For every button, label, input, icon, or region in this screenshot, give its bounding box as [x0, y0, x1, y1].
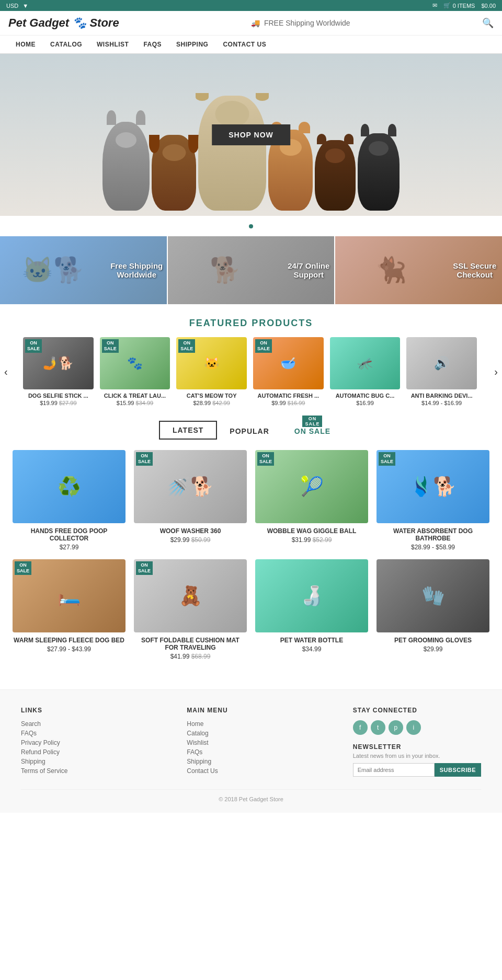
- featured-products-row: ONSALE 🤳🐕 DOG SELFIE STICK ... $19.99 $2…: [21, 335, 481, 408]
- top-bar-right: ✉ 🛒 0 ITEMS $0.00: [432, 2, 496, 9]
- nav-catalog[interactable]: CATALOG: [43, 36, 89, 53]
- latest-name-2: WOOF WASHER 360: [134, 527, 247, 535]
- cart-icon: 🛒: [443, 2, 451, 9]
- latest-product-1[interactable]: ♻️ HANDS FREE DOG POOP COLLECTOR $27.99: [13, 450, 126, 551]
- featured-product-3[interactable]: ONSALE 🐱 CAT'S MEOW TOY $28.99 $42.99: [174, 335, 249, 408]
- newsletter-subscribe-button[interactable]: SUBSCRIBE: [435, 763, 481, 777]
- dot-1[interactable]: [249, 224, 253, 228]
- latest-sale-badge-6: ONSALE: [136, 561, 153, 575]
- nav-shipping[interactable]: SHIPPING: [169, 36, 215, 53]
- latest-price-1: $27.99: [13, 544, 126, 551]
- twitter-icon[interactable]: t: [371, 720, 385, 735]
- fb3-text: SSL Secure Checkout: [447, 261, 502, 279]
- newsletter-form: SUBSCRIBE: [353, 763, 481, 777]
- featured-product-6[interactable]: 🔊 ANTI BARKING DEVI... $14.99 - $16.99: [404, 335, 479, 408]
- currency-selector[interactable]: USD ▼: [6, 3, 28, 9]
- search-icon[interactable]: 🔍: [482, 17, 494, 29]
- footer-social-col: STAY CONNECTED f t p i NEWSLETTER Latest…: [353, 707, 481, 777]
- cart-area[interactable]: 🛒 0 ITEMS: [443, 2, 475, 9]
- latest-name-3: WOBBLE WAG GIGGLE BALL: [255, 527, 368, 535]
- header: Pet Gadget 🐾 Store 🚚 FREE Shipping World…: [0, 11, 502, 36]
- nav-wishlist[interactable]: WISHLIST: [89, 36, 136, 53]
- footer-link-tos[interactable]: Terms of Service: [21, 767, 166, 775]
- newsletter-subtitle: Latest news from us in your inbox.: [353, 753, 481, 759]
- footer: LINKS Search FAQs Privacy Policy Refund …: [0, 689, 502, 813]
- footer-main-menu-title: MAIN MENU: [187, 707, 332, 714]
- nav-home[interactable]: HOME: [8, 36, 43, 53]
- newsletter-input[interactable]: [353, 763, 435, 777]
- next-arrow[interactable]: ›: [494, 366, 498, 378]
- footer-link-privacy[interactable]: Privacy Policy: [21, 739, 166, 746]
- product-img-1: ONSALE 🤳🐕: [23, 337, 94, 389]
- product-img-5: 🦟: [330, 337, 401, 389]
- latest-img-8: 🧤: [376, 559, 489, 632]
- sale-badge-2: ONSALE: [102, 339, 119, 353]
- latest-price-5: $27.99 - $43.99: [13, 645, 126, 653]
- latest-price-6: $41.99 $68.99: [134, 653, 247, 660]
- latest-img-2: ONSALE 🚿🐕: [134, 450, 247, 523]
- latest-name-6: SOFT FOLDABLE CUSHION MAT FOR TRAVELING: [134, 637, 247, 651]
- latest-img-3: ONSALE 🎾: [255, 450, 368, 523]
- shop-now-button[interactable]: SHOP NOW: [212, 124, 290, 145]
- product-name-6: ANTI BARKING DEVI...: [406, 393, 477, 399]
- featured-product-4[interactable]: ONSALE 🥣 AUTOMATIC FRESH ... $9.99 $16.9…: [251, 335, 326, 408]
- top-bar: USD ▼ ✉ 🛒 0 ITEMS $0.00: [0, 0, 502, 11]
- latest-price-7: $34.99: [255, 645, 368, 653]
- hero-section: SHOP NOW: [0, 54, 502, 216]
- product-img-6: 🔊: [406, 337, 477, 389]
- footer-menu-contact[interactable]: Contact Us: [187, 767, 332, 775]
- footer-copyright: © 2018 Pet Gadget Store: [21, 789, 481, 802]
- tab-latest[interactable]: LATEST: [159, 421, 217, 440]
- currency-chevron: ▼: [22, 3, 28, 9]
- latest-product-8[interactable]: 🧤 PET GROOMING GLOVES $29.99: [376, 559, 489, 660]
- cart-amount: $0.00: [481, 3, 496, 9]
- sale-badge-3: ONSALE: [178, 339, 195, 353]
- latest-product-6[interactable]: ONSALE 🧸 SOFT FOLDABLE CUSHION MAT FOR T…: [134, 559, 247, 660]
- featured-products-section: FEATURED PRODUCTS ‹ ONSALE 🤳🐕 DOG SELFIE…: [0, 305, 502, 408]
- footer-menu-faqs[interactable]: FAQs: [187, 748, 332, 756]
- footer-link-search[interactable]: Search: [21, 720, 166, 728]
- facebook-icon[interactable]: f: [353, 720, 368, 735]
- product-name-5: AUTOMATIC BUG C...: [330, 393, 401, 399]
- footer-spacer: [0, 668, 502, 689]
- footer-menu-wishlist[interactable]: Wishlist: [187, 739, 332, 746]
- latest-sale-badge-5: ONSALE: [15, 561, 31, 575]
- featured-product-2[interactable]: ONSALE 🐾 CLICK & TREAT LAU... $15.99 $34…: [98, 335, 173, 408]
- pinterest-icon[interactable]: p: [389, 720, 403, 735]
- footer-menu-home[interactable]: Home: [187, 720, 332, 728]
- featured-title: FEATURED PRODUCTS: [0, 305, 502, 335]
- tab-popular[interactable]: POPULAR: [217, 423, 281, 440]
- instagram-icon[interactable]: i: [406, 720, 421, 735]
- footer-link-refund[interactable]: Refund Policy: [21, 748, 166, 756]
- footer-menu-catalog[interactable]: Catalog: [187, 730, 332, 737]
- footer-links-title: LINKS: [21, 707, 166, 714]
- carousel-dots: [0, 216, 502, 235]
- footer-menu-shipping[interactable]: Shipping: [187, 758, 332, 765]
- footer-link-faqs[interactable]: FAQs: [21, 730, 166, 737]
- footer-main-menu-col: MAIN MENU Home Catalog Wishlist FAQs Shi…: [187, 707, 332, 777]
- nav-faqs[interactable]: FAQS: [136, 36, 169, 53]
- latest-name-8: PET GROOMING GLOVES: [376, 637, 489, 644]
- fb2-text: 24/7 Online Support: [283, 261, 334, 279]
- latest-name-5: WARM SLEEPING FLEECE DOG BED: [13, 637, 126, 644]
- footer-link-shipping[interactable]: Shipping: [21, 758, 166, 765]
- tabs-header: LATEST POPULAR ONSALE ON SALE: [8, 421, 494, 440]
- nav-contact[interactable]: CONTACT US: [215, 36, 273, 53]
- latest-product-5[interactable]: ONSALE 🛏️ WARM SLEEPING FLEECE DOG BED $…: [13, 559, 126, 660]
- product-name-1: DOG SELFIE STICK ...: [23, 393, 94, 399]
- social-icons: f t p i: [353, 720, 481, 735]
- latest-name-1: HANDS FREE DOG POOP COLLECTOR: [13, 527, 126, 542]
- logo[interactable]: Pet Gadget 🐾 Store: [8, 16, 119, 30]
- latest-img-7: 🍶: [255, 559, 368, 632]
- latest-product-3[interactable]: ONSALE 🎾 WOBBLE WAG GIGGLE BALL $31.99 $…: [255, 450, 368, 551]
- latest-product-2[interactable]: ONSALE 🚿🐕 WOOF WASHER 360 $29.99 $50.99: [134, 450, 247, 551]
- product-img-4: ONSALE 🥣: [253, 337, 324, 389]
- latest-product-7[interactable]: 🍶 PET WATER BOTTLE $34.99: [255, 559, 368, 660]
- tab-on-sale[interactable]: ONSALE ON SALE: [282, 423, 343, 440]
- latest-product-4[interactable]: ONSALE 🩱🐕 WATER ABSORBENT DOG BATHROBE $…: [376, 450, 489, 551]
- featured-product-1[interactable]: ONSALE 🤳🐕 DOG SELFIE STICK ... $19.99 $2…: [21, 335, 96, 408]
- featured-product-5[interactable]: 🦟 AUTOMATIC BUG C... $16.99: [328, 335, 403, 408]
- prev-arrow[interactable]: ‹: [4, 366, 8, 378]
- sale-badge-4: ONSALE: [255, 339, 272, 353]
- product-img-3: ONSALE 🐱: [176, 337, 247, 389]
